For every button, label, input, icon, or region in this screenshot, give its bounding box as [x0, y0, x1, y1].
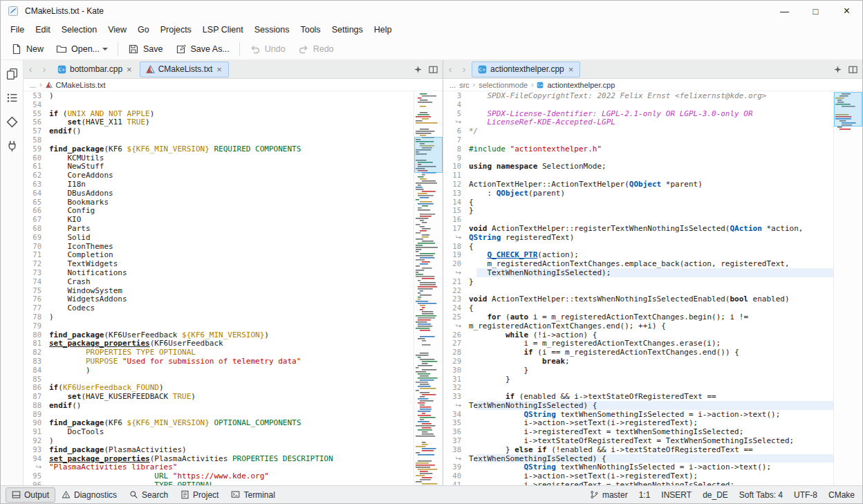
- diagnostics-panel-button[interactable]: Diagnostics: [55, 487, 123, 503]
- code-line[interactable]: 68 Parts: [24, 224, 414, 233]
- terminal-panel-button[interactable]: Terminal: [225, 487, 281, 503]
- code-line[interactable]: 71 Completion: [24, 250, 414, 259]
- code-line[interactable]: 66 Config: [24, 206, 414, 215]
- tab-close-icon[interactable]: ×: [568, 65, 575, 74]
- code-line[interactable]: 12ActionTextHelper::ActionTextHelper(QOb…: [443, 180, 833, 189]
- code-line[interactable]: 80find_package(KF6UserFeedback ${KF6_MIN…: [24, 330, 414, 339]
- undo-button[interactable]: Undo: [243, 40, 292, 58]
- code-line[interactable]: 64 DBusAddons: [24, 189, 414, 198]
- line-number[interactable]: 53: [24, 91, 49, 100]
- line-number[interactable]: 95: [24, 472, 49, 480]
- close-icon[interactable]: ×: [831, 1, 862, 21]
- line-number[interactable]: 3: [443, 91, 469, 100]
- code-line[interactable]: 56 set(HAVE_X11 TRUE): [24, 118, 414, 127]
- code-line[interactable]: 37 i->textStateOfRegisteredText = TextWh…: [443, 436, 833, 445]
- code-line[interactable]: 3 SPDX-FileCopyrightText: 2022 Felix Ern…: [443, 91, 833, 100]
- line-number[interactable]: 92: [24, 436, 49, 445]
- maximize-icon[interactable]: □: [800, 1, 831, 21]
- wrap-marker[interactable]: ↪: [443, 233, 469, 242]
- line-number[interactable]: 76: [24, 295, 49, 304]
- line-number[interactable]: 7: [443, 136, 469, 144]
- code-line[interactable]: 82 PROPERTIES TYPE OPTIONAL: [24, 348, 414, 357]
- code-line[interactable]: 15}: [443, 206, 833, 215]
- code-line[interactable]: 26 while (!i->action) {: [443, 330, 833, 339]
- line-number[interactable]: 89: [24, 410, 49, 419]
- code-line[interactable]: 24{: [443, 304, 833, 312]
- code-line[interactable]: ↪"PlasmaActivities libraries": [24, 463, 414, 472]
- encoding-indicator[interactable]: UTF-8: [794, 490, 817, 500]
- line-number[interactable]: 77: [24, 304, 49, 312]
- plugins-toolview-button[interactable]: [4, 138, 19, 153]
- split-view-icon[interactable]: [846, 63, 859, 75]
- line-number[interactable]: 80: [24, 330, 49, 339]
- line-number[interactable]: 55: [24, 109, 49, 118]
- breadcrumb-file[interactable]: actiontexthelper.cpp: [547, 81, 615, 89]
- line-number[interactable]: 11: [443, 171, 469, 180]
- line-number[interactable]: 94: [24, 454, 49, 463]
- code-line[interactable]: 36 i->registeredText = textWhenSomething…: [443, 427, 833, 436]
- line-number[interactable]: 58: [24, 136, 49, 144]
- line-number[interactable]: 29: [443, 357, 469, 366]
- code-area[interactable]: 53)5455if (UNIX AND NOT APPLE)56 set(HAV…: [24, 91, 414, 485]
- sparkle-icon[interactable]: [411, 63, 424, 75]
- wrap-marker[interactable]: ↪: [443, 401, 469, 410]
- line-number[interactable]: 8: [443, 144, 469, 153]
- line-number[interactable]: 12: [443, 180, 469, 189]
- split-view-icon[interactable]: [427, 63, 439, 75]
- code-line[interactable]: 34 QString textWhenSomethingIsSelected =…: [443, 410, 833, 419]
- project-panel-button[interactable]: Project: [174, 487, 225, 503]
- line-number[interactable]: 56: [24, 118, 49, 127]
- code-line[interactable]: 75 WindowSystem: [24, 286, 414, 295]
- code-line[interactable]: 54: [24, 100, 414, 109]
- code-line[interactable]: 53): [24, 91, 414, 100]
- minimap-canvas[interactable]: [834, 91, 862, 485]
- line-number[interactable]: 35: [443, 418, 469, 427]
- line-number[interactable]: 86: [24, 383, 49, 392]
- line-number[interactable]: 85: [24, 375, 49, 384]
- line-number[interactable]: 9: [443, 153, 469, 162]
- code-line[interactable]: ↪ TextWhenNothingIsSelected);: [443, 268, 833, 277]
- line-number[interactable]: 87: [24, 392, 49, 401]
- line-number[interactable]: 27: [443, 339, 469, 348]
- code-line[interactable]: ↪m_registeredActionTextChanges.end(); ++…: [443, 321, 833, 330]
- code-line[interactable]: 38 } else if (!enabled && i->textStateOf…: [443, 445, 833, 454]
- line-number[interactable]: 10: [443, 162, 469, 171]
- git-toolview-button[interactable]: [4, 114, 19, 129]
- code-line[interactable]: 67 KIO: [24, 215, 414, 224]
- code-line[interactable]: 28 if (i == m_registeredActionTextChange…: [443, 348, 833, 357]
- line-number[interactable]: 15: [443, 206, 469, 215]
- wrap-marker[interactable]: ↪: [24, 463, 49, 472]
- line-number[interactable]: 59: [24, 144, 49, 153]
- menu-tools[interactable]: Tools: [295, 23, 326, 37]
- line-number[interactable]: 63: [24, 180, 49, 189]
- output-panel-button[interactable]: Output: [6, 487, 55, 503]
- line-number[interactable]: 26: [443, 330, 469, 339]
- line-number[interactable]: 81: [24, 339, 49, 348]
- code-line[interactable]: ↪QString registeredText): [443, 233, 833, 242]
- line-number[interactable]: 54: [24, 100, 49, 109]
- line-number[interactable]: 39: [443, 463, 469, 472]
- code-line[interactable]: 41 i->registeredText = textWhenNothingIs…: [443, 480, 833, 485]
- tabs-scroll-right-icon[interactable]: ›: [37, 64, 51, 75]
- line-number[interactable]: 36: [443, 427, 469, 436]
- line-number[interactable]: 82: [24, 348, 49, 357]
- tab-cmakelists-txt[interactable]: CMakeLists.txt ×: [140, 62, 229, 77]
- code-line[interactable]: ↪ LicenseRef-KDE-Accepted-LGPL: [443, 118, 833, 127]
- code-line[interactable]: 65 Bookmarks: [24, 198, 414, 207]
- line-number[interactable]: 28: [443, 348, 469, 357]
- cursor-position-indicator[interactable]: 1:1: [639, 490, 651, 500]
- line-number[interactable]: 90: [24, 418, 49, 427]
- line-number[interactable]: 83: [24, 357, 49, 366]
- line-number[interactable]: 70: [24, 242, 49, 251]
- code-line[interactable]: 89: [24, 410, 414, 419]
- code-line[interactable]: 57endif(): [24, 127, 414, 136]
- code-line[interactable]: 11: [443, 171, 833, 180]
- line-number[interactable]: 61: [24, 162, 49, 171]
- breadcrumb-item[interactable]: selectionmode: [479, 81, 528, 89]
- line-number[interactable]: 22: [443, 286, 469, 295]
- code-line[interactable]: 18{: [443, 242, 833, 251]
- code-line[interactable]: 85: [24, 375, 414, 384]
- line-number[interactable]: 6: [443, 127, 469, 136]
- menu-projects[interactable]: Projects: [155, 23, 197, 37]
- line-number[interactable]: 34: [443, 410, 469, 419]
